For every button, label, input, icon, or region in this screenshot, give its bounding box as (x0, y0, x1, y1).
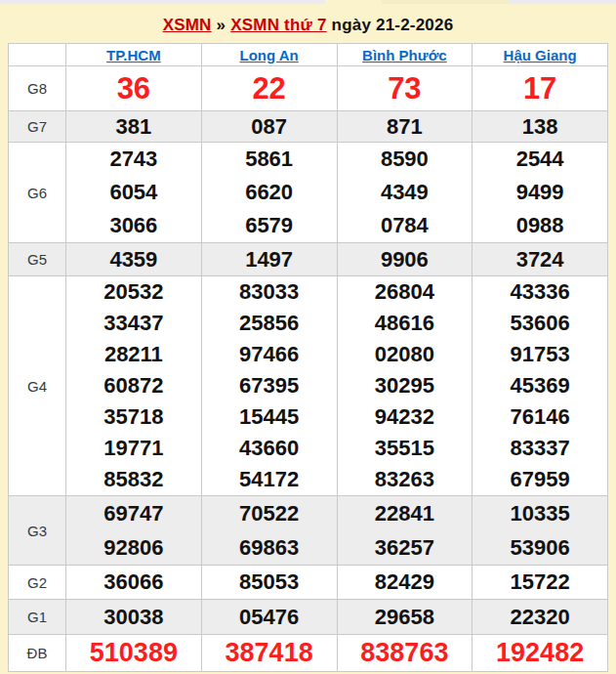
result-number: 22841 (338, 496, 472, 530)
result-number: 6579 (202, 209, 337, 242)
result-number: 36257 (338, 530, 472, 565)
xsmn-draw-day-link[interactable]: XSMN thứ 7 (230, 16, 326, 34)
results-table: TP.HCMLong AnBình PhướcHậu Giang G836227… (8, 43, 608, 672)
prize-label: G7 (9, 111, 66, 143)
prize-row-g5: G54359149799063724 (9, 243, 608, 276)
result-cell: 859043490784 (337, 143, 472, 243)
result-number: 35515 (338, 433, 472, 464)
column-header: Long An (201, 44, 337, 66)
result-cell: 2284136257 (337, 496, 472, 566)
result-number: 02080 (338, 339, 472, 370)
result-cell: 586166206579 (201, 143, 337, 243)
result-number: 91753 (472, 339, 607, 370)
result-cell: 22320 (472, 600, 608, 635)
result-number: 85053 (202, 566, 337, 599)
result-number: 4359 (66, 243, 201, 275)
result-cell: 3724 (472, 243, 608, 276)
result-number: 69863 (202, 530, 337, 565)
result-cell: 4359 (66, 243, 202, 276)
result-cell: 871 (337, 111, 472, 143)
prize-row-g8: G836227317 (9, 66, 608, 111)
title-date: ngày 21-2-2026 (332, 16, 454, 34)
result-number: 25856 (202, 308, 337, 339)
column-header: Hậu Giang (472, 44, 608, 66)
result-number: 8590 (338, 143, 472, 176)
result-number: 2544 (472, 143, 607, 176)
prize-label: G5 (9, 243, 66, 276)
result-number: 05476 (202, 600, 337, 634)
result-cell: 82429 (337, 566, 472, 600)
prize-label: G6 (9, 143, 66, 243)
result-cell: 274360543066 (66, 143, 202, 243)
result-number: 6054 (66, 176, 201, 209)
province-link[interactable]: Bình Phước (362, 47, 447, 63)
result-number: 33437 (66, 308, 201, 339)
result-number: 138 (472, 111, 607, 142)
result-number: 9906 (338, 243, 472, 275)
corner-cell (9, 44, 66, 66)
result-cell: 387418 (201, 635, 337, 672)
result-number: 387418 (202, 635, 337, 671)
result-number: 83263 (338, 464, 472, 495)
result-cell: 138 (472, 111, 608, 143)
result-number: 83033 (202, 276, 337, 308)
result-number: 48616 (338, 308, 472, 339)
result-cell: 1033553906 (472, 496, 608, 566)
result-number: 36066 (66, 566, 201, 599)
result-number: 30295 (338, 370, 472, 401)
result-cell: 254494990988 (472, 143, 608, 243)
result-number: 20532 (66, 276, 201, 308)
prize-row-g6: G627436054306658616620657985904349078425… (9, 143, 608, 243)
result-cell: 510389 (66, 635, 202, 672)
result-number: 70522 (202, 496, 337, 530)
result-number: 6620 (202, 176, 337, 209)
result-cell: 6974792806 (66, 496, 202, 566)
result-cell: 83033258569746667395154454366054172 (201, 276, 337, 496)
result-number: 3066 (66, 209, 201, 242)
result-cell: 9906 (337, 243, 472, 276)
prize-row-g1: G130038054762965822320 (9, 600, 608, 635)
result-number: 69747 (66, 496, 201, 530)
result-number: 510389 (66, 635, 201, 671)
prize-label: G2 (9, 566, 66, 600)
result-number: 0988 (472, 209, 607, 242)
result-cell: 29658 (337, 600, 472, 635)
result-number: 17 (472, 66, 607, 110)
province-link[interactable]: Long An (239, 47, 298, 63)
result-cell: 838763 (337, 635, 472, 672)
result-number: 28211 (66, 339, 201, 370)
result-number: 53606 (472, 308, 607, 339)
result-number: 30038 (66, 600, 201, 634)
top-strip-pale-segment (382, 0, 509, 4)
result-number: 85832 (66, 464, 201, 495)
prize-row-g4: G420532334372821160872357181977185832830… (9, 276, 608, 496)
result-number: 838763 (338, 635, 472, 671)
result-cell: 36066 (66, 566, 202, 600)
result-number: 97466 (202, 339, 337, 370)
top-edge-strip (0, 0, 616, 4)
result-cell: 381 (66, 111, 202, 143)
column-header: TP.HCM (66, 44, 202, 66)
result-cell: 30038 (66, 600, 202, 635)
result-cell: 36 (66, 66, 202, 111)
result-number: 4349 (338, 176, 472, 209)
result-number: 3724 (472, 243, 607, 275)
result-cell: 43336536069175345369761468333767959 (472, 276, 608, 496)
result-cell: 1497 (201, 243, 337, 276)
column-header: Bình Phước (337, 44, 472, 66)
result-number: 60872 (66, 370, 201, 401)
result-number: 1497 (202, 243, 337, 275)
result-number: 15445 (202, 401, 337, 433)
result-cell: 17 (472, 66, 608, 111)
province-link[interactable]: Hậu Giang (504, 47, 577, 63)
result-number: 871 (338, 111, 472, 142)
result-number: 29658 (338, 600, 472, 634)
xsmn-link[interactable]: XSMN (163, 16, 212, 34)
result-number: 92806 (66, 530, 201, 565)
province-link[interactable]: TP.HCM (106, 47, 161, 63)
result-number: 2743 (66, 143, 201, 176)
prize-label: G1 (9, 600, 66, 635)
result-cell: 85053 (201, 566, 337, 600)
result-cell: 20532334372821160872357181977185832 (66, 276, 202, 496)
result-number: 67395 (202, 370, 337, 401)
